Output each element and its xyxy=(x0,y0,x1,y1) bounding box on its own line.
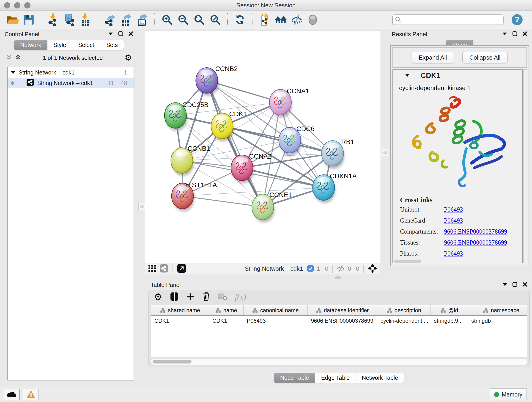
zoom-in-icon[interactable] xyxy=(160,13,174,26)
collapse-all-icon[interactable] xyxy=(6,54,12,61)
panel-float-icon[interactable] xyxy=(118,31,123,37)
table-cell[interactable]: stringdb:9... xyxy=(431,316,468,326)
network-tree-child-row[interactable]: String Network – cdk1 11 48 xyxy=(7,78,133,88)
zoom-out-icon[interactable] xyxy=(177,13,190,26)
zoom-selected-icon[interactable] xyxy=(209,13,222,26)
export-network-icon[interactable] xyxy=(104,13,117,26)
gene-entry-header[interactable]: CDK1 xyxy=(393,70,522,82)
tab-network[interactable]: Network xyxy=(14,40,47,50)
panel-menu-icon[interactable] xyxy=(502,283,507,287)
column-header-name[interactable]: name xyxy=(209,305,244,315)
tab-network-table[interactable]: Network Table xyxy=(356,373,404,383)
crosslink-link[interactable]: 9606.ENSP00000378699 xyxy=(444,228,507,235)
refresh-icon[interactable] xyxy=(233,13,247,26)
tree-expand-icon[interactable] xyxy=(11,69,15,76)
cloud-button[interactable] xyxy=(4,389,20,400)
panel-close-icon[interactable] xyxy=(522,31,527,37)
results-scrollbar[interactable] xyxy=(523,70,527,263)
tab-node-table[interactable]: Node Table xyxy=(274,373,315,383)
left-splitter-handle[interactable] xyxy=(138,203,145,210)
network-edge-HIST1H1A-CCNE1[interactable] xyxy=(183,196,263,207)
panel-float-icon[interactable] xyxy=(512,282,517,288)
tab-sets[interactable]: Sets xyxy=(100,40,124,50)
column-header-description[interactable]: description xyxy=(377,305,431,315)
grid-icon[interactable] xyxy=(148,264,156,273)
network-from-selection-icon[interactable] xyxy=(258,13,271,26)
add-icon[interactable] xyxy=(186,293,195,302)
import-network-database-icon[interactable] xyxy=(63,13,76,26)
crosslink-label: Uniprot: xyxy=(400,206,444,213)
protein-structure-image xyxy=(393,92,522,195)
results-panel-title: Results Panel xyxy=(392,31,427,38)
search-box xyxy=(392,14,504,25)
column-header-shared-name[interactable]: shared name xyxy=(151,305,209,315)
zoom-fit-icon[interactable] xyxy=(192,13,206,26)
network-canvas[interactable]: CCNB2CCNA1CDC25BCDK1CDC6RB1CCNB1CCNA2CDK… xyxy=(145,31,380,263)
export-image-icon[interactable] xyxy=(136,13,149,26)
node-table: shared namenamecanonical namedatabase id… xyxy=(151,305,527,358)
panel-menu-icon[interactable] xyxy=(502,32,507,36)
table-panel-title: Table Panel xyxy=(151,282,181,288)
table-cell[interactable]: CDK1 xyxy=(151,316,209,326)
crosslink-link[interactable]: P06493 xyxy=(444,250,463,257)
open-session-icon[interactable] xyxy=(6,13,19,26)
expand-all-button[interactable]: Expand All xyxy=(412,52,454,63)
crosslink-link[interactable]: 9606.ENSP00000378699 xyxy=(444,239,507,246)
results-hscroll-thumb[interactable] xyxy=(394,260,421,263)
collection-count: 1 xyxy=(124,69,127,76)
crosslink-row: Uniprot:P06493 xyxy=(400,206,522,213)
hide-panels-icon[interactable] xyxy=(290,13,303,26)
selected-checkbox-icon[interactable] xyxy=(307,265,314,273)
network-node-RB1[interactable] xyxy=(322,141,345,169)
tab-style[interactable]: Style xyxy=(47,40,72,50)
tab-select[interactable]: Select xyxy=(72,40,100,50)
gear-icon[interactable]: ⚙ xyxy=(154,292,162,302)
network-edge-CDK1-RB1[interactable] xyxy=(222,126,332,153)
panel-close-icon[interactable] xyxy=(522,282,527,288)
show-panels-icon[interactable] xyxy=(306,13,319,26)
collapse-entry-icon[interactable] xyxy=(405,73,410,78)
warnings-button[interactable] xyxy=(23,389,39,400)
tab-edge-table[interactable]: Edge Table xyxy=(315,373,356,383)
control-panel: Control Panel NetworkStyleSelectSets 1 o… xyxy=(2,30,136,382)
export-table-icon[interactable] xyxy=(120,13,133,26)
panel-close-icon[interactable] xyxy=(128,31,133,37)
crosslink-label: Pharos: xyxy=(400,250,444,257)
session-home-icon[interactable] xyxy=(274,13,287,26)
delete-icon[interactable] xyxy=(202,292,210,302)
table-hscroll-thumb[interactable] xyxy=(152,360,191,364)
import-network-file-icon[interactable] xyxy=(47,13,60,26)
memory-button[interactable]: Memory xyxy=(490,389,527,400)
panel-menu-icon[interactable] xyxy=(108,32,113,36)
save-session-icon[interactable] xyxy=(22,13,35,26)
birdseye-icon[interactable] xyxy=(368,264,377,274)
column-header-namespace[interactable]: namespace xyxy=(468,305,527,315)
column-header-canonical-name[interactable]: canonical name xyxy=(244,305,308,315)
delete-table-icon xyxy=(218,293,227,301)
column-header-@id[interactable]: @id xyxy=(431,305,468,315)
import-table-file-icon[interactable] xyxy=(79,13,92,26)
table-cell[interactable]: 9606.ENSP00000378699 xyxy=(308,316,377,326)
panel-float-icon[interactable] xyxy=(512,31,517,37)
table-cell[interactable]: P06493 xyxy=(244,316,308,326)
table-hscrollbar[interactable] xyxy=(151,359,527,365)
search-input[interactable] xyxy=(392,14,504,25)
table-tabs: Node TableEdge TableNetwork Table xyxy=(148,373,530,383)
network-tree-root-row[interactable]: String Network – cdk1 1 xyxy=(7,67,133,78)
share-icon[interactable] xyxy=(160,264,168,274)
table-cell[interactable]: CDK1 xyxy=(209,316,244,326)
column-header-database-identifier[interactable]: database identifier xyxy=(308,305,377,315)
crosslink-link[interactable]: P06493 xyxy=(444,217,463,224)
gear-icon[interactable]: ⚙ xyxy=(125,54,132,62)
open-in-window-icon[interactable] xyxy=(177,264,186,274)
bottom-splitter-handle[interactable] xyxy=(335,276,341,279)
collapse-all-button[interactable]: Collapse All xyxy=(462,52,508,63)
table-cell[interactable]: cyclin-dependent ... xyxy=(377,316,431,326)
columns-icon[interactable] xyxy=(170,292,178,302)
crosslink-link[interactable]: P06493 xyxy=(444,206,463,213)
table-cell[interactable]: stringdb xyxy=(468,316,527,326)
table-row[interactable]: CDK1CDK1P064939606.ENSP00000378699cyclin… xyxy=(151,316,527,326)
expand-all-icon[interactable] xyxy=(15,54,21,61)
help-icon[interactable]: ? xyxy=(510,13,524,26)
right-splitter-handle[interactable] xyxy=(382,149,388,156)
